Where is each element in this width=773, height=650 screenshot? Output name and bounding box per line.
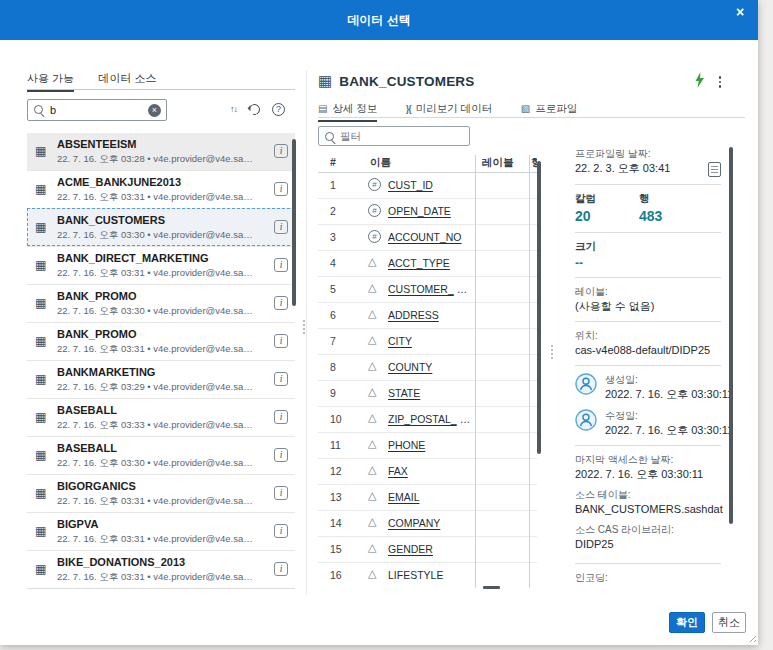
location-label: 위치: — [575, 329, 721, 343]
column-name-link[interactable]: COMPANY — [388, 517, 440, 529]
table-row[interactable]: 12 △ FAX — [318, 459, 537, 485]
encoding-label: 인코딩: — [575, 571, 721, 585]
info-icon[interactable]: i — [274, 144, 288, 158]
table-row[interactable]: 7 △ CITY — [318, 329, 537, 355]
table-row[interactable]: 6 △ ADDRESS — [318, 303, 537, 329]
column-number: 5 — [330, 283, 336, 295]
column-name-link[interactable]: CUST_ID — [388, 179, 433, 191]
created-label: 생성일: — [605, 373, 733, 387]
cancel-button[interactable]: 취소 — [712, 612, 746, 633]
tab-available[interactable]: 사용 가능 — [27, 71, 74, 91]
panel-divider — [306, 70, 307, 595]
list-item[interactable]: ▦ BIGORGANICS 22. 7. 16. 오후 03:31 • v4e.… — [27, 474, 295, 512]
column-name-link[interactable]: STATE — [388, 387, 420, 399]
column-name-link[interactable]: FAX — [388, 465, 408, 477]
search-box[interactable]: × — [27, 99, 167, 121]
info-icon[interactable]: i — [274, 334, 288, 348]
tab-preview-data[interactable]: }{미리보기 데이터 — [406, 102, 492, 121]
list-item[interactable]: ▦ BANKMARKETING 22. 7. 16. 오후 03:29 • v4… — [27, 360, 295, 398]
info-icon[interactable]: i — [274, 562, 288, 576]
column-name-link[interactable]: LIFESTYLE — [388, 569, 443, 581]
label-value: (사용할 수 없음) — [575, 299, 721, 314]
table-row[interactable]: 11 △ PHONE — [318, 433, 537, 459]
column-name-link[interactable]: CUSTOMER_ — [388, 283, 454, 295]
close-button[interactable]: × — [731, 4, 749, 22]
column-name-link[interactable]: GENDER — [388, 543, 433, 555]
columns-scrollbar[interactable] — [537, 161, 541, 454]
tab-details[interactable]: ▤상세 정보 — [318, 102, 377, 121]
tab-profile[interactable]: ▧프로파일 — [521, 102, 577, 121]
info-icon[interactable]: i — [274, 486, 288, 500]
column-name-wrap: ACCOUNT_NO — [388, 231, 465, 243]
resize-grip[interactable] — [747, 633, 756, 642]
profiling-date-value: 22. 2. 3. 오후 03:41 — [575, 161, 670, 176]
column-name-link[interactable]: PHONE — [388, 439, 425, 451]
columns-table: # 이름 레이블 형 1 # CUST_ID 2 # OPEN_DATE 3 #… — [318, 155, 537, 588]
column-name-link[interactable]: EMAIL — [388, 491, 420, 503]
table-row[interactable]: 3 # ACCOUNT_NO — [318, 225, 537, 251]
table-row[interactable]: 8 △ COUNTY — [318, 355, 537, 381]
table-icon: ▦ — [35, 144, 46, 158]
info-icon[interactable]: i — [274, 220, 288, 234]
list-item[interactable]: ▦ BIGPVA 22. 7. 16. 오후 03:31 • v4e.provi… — [27, 512, 295, 550]
filter-box[interactable] — [318, 126, 470, 146]
info-icon[interactable]: i — [274, 448, 288, 462]
column-name-link[interactable]: OPEN_DATE — [388, 205, 451, 217]
more-options-button[interactable] — [715, 74, 725, 90]
table-row[interactable]: 9 △ STATE — [318, 381, 537, 407]
info-icon[interactable]: i — [274, 524, 288, 538]
right-splitter-handle[interactable] — [551, 345, 553, 359]
clear-search-button[interactable]: × — [148, 104, 161, 117]
ok-button[interactable]: 확인 — [669, 612, 705, 633]
table-row[interactable]: 5 △ CUSTOMER_ … — [318, 277, 537, 303]
column-name-link[interactable]: ACCT_TYPE — [388, 257, 450, 269]
refresh-icon[interactable] — [247, 102, 262, 117]
info-icon[interactable]: i — [274, 372, 288, 386]
dataset-meta: 22. 7. 16. 오후 03:33 • v4e.provider@v4e.s… — [57, 418, 267, 431]
columns-hscrollbar[interactable] — [483, 586, 500, 589]
left-splitter-handle[interactable] — [303, 320, 305, 334]
list-item[interactable]: ▦ BANK_PROMO 22. 7. 16. 오후 03:30 • v4e.p… — [27, 284, 295, 322]
lightning-icon[interactable] — [694, 72, 705, 92]
column-name-link[interactable]: CITY — [388, 335, 412, 347]
list-item[interactable]: ▦ ACME_BANKJUNE2013 22. 7. 16. 오후 03:31 … — [27, 170, 295, 208]
info-icon[interactable]: i — [274, 410, 288, 424]
info-icon[interactable]: i — [274, 258, 288, 272]
info-icon[interactable]: i — [274, 296, 288, 310]
source-table-value: BANK_CUSTOMERS.sashdat — [575, 502, 721, 517]
list-item[interactable]: ▦ BANK_PROMO 22. 7. 16. 오후 03:31 • v4e.p… — [27, 322, 295, 360]
list-item[interactable]: ▦ BASEBALL 22. 7. 16. 오후 03:33 • v4e.pro… — [27, 398, 295, 436]
table-row[interactable]: 16 △ LIFESTYLE — [318, 563, 537, 588]
info-icon[interactable]: i — [274, 182, 288, 196]
info-panel-scrollbar[interactable] — [729, 147, 733, 524]
sort-icon[interactable]: ↑↓ — [230, 103, 237, 116]
list-item[interactable]: ▦ ABSENTEEISM 22. 7. 16. 오후 03:28 • v4e.… — [27, 133, 295, 170]
column-name-link[interactable]: ACCOUNT_NO — [388, 231, 462, 243]
list-item[interactable]: ▦ BANK_CUSTOMERS 22. 7. 16. 오후 03:30 • v… — [27, 208, 295, 246]
filter-input[interactable] — [340, 129, 464, 143]
column-name-link[interactable]: COUNTY — [388, 361, 432, 373]
table-row[interactable]: 15 △ GENDER — [318, 537, 537, 563]
list-item[interactable]: ▦ BASEBALL 22. 7. 16. 오후 03:30 • v4e.pro… — [27, 436, 295, 474]
table-row[interactable]: 14 △ COMPANY — [318, 511, 537, 537]
table-row[interactable]: 2 # OPEN_DATE — [318, 199, 537, 225]
table-row[interactable]: 13 △ EMAIL — [318, 485, 537, 511]
dataset-name: BANK_DIRECT_MARKETING — [57, 251, 267, 266]
column-name-wrap: FAX — [388, 465, 411, 477]
table-row[interactable]: 4 △ ACCT_TYPE — [318, 251, 537, 277]
tab-data-sources[interactable]: 데이터 소스 — [99, 71, 157, 91]
column-name-link[interactable]: ZIP_POSTAL_ — [388, 413, 457, 425]
left-tab-bar: 사용 가능 데이터 소스 — [27, 68, 295, 90]
list-item[interactable]: ▦ BIKE_DONATIONS_2013 22. 7. 16. 오후 03:3… — [27, 550, 295, 588]
column-name-link[interactable]: ADDRESS — [388, 309, 439, 321]
table-row[interactable]: 10 △ ZIP_POSTAL_ … — [318, 407, 537, 433]
left-list-scrollbar[interactable] — [292, 139, 296, 306]
table-icon: ▦ — [35, 182, 46, 196]
table-icon: ▦ — [35, 524, 46, 538]
search-input[interactable] — [50, 102, 142, 118]
profile-report-icon[interactable] — [708, 162, 721, 177]
profile-tab-icon: ▧ — [521, 103, 530, 114]
help-icon[interactable]: ? — [272, 103, 285, 116]
list-item[interactable]: ▦ BANK_DIRECT_MARKETING 22. 7. 16. 오후 03… — [27, 246, 295, 284]
table-row[interactable]: 1 # CUST_ID — [318, 173, 537, 199]
